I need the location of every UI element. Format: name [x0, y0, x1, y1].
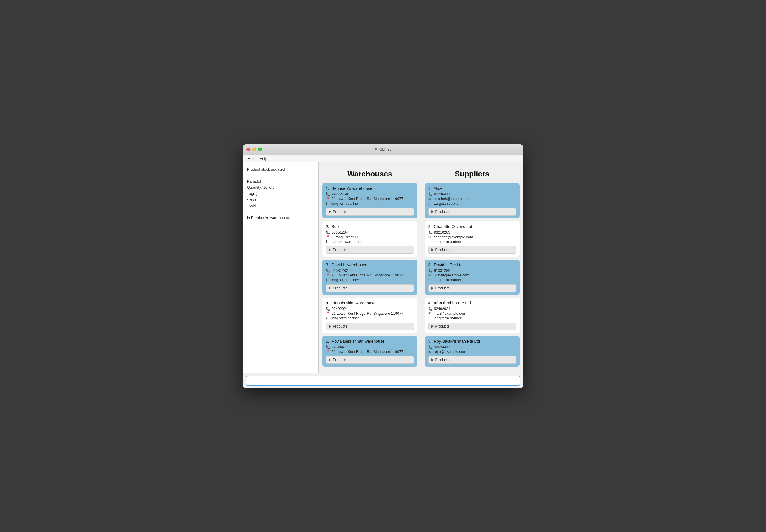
card-name: 1. Bernice Yu warehouse — [326, 186, 414, 191]
card-phone-text: 67851234 — [332, 230, 348, 235]
app-window: 🖥 CLI-nic File Help Product stock update… — [243, 144, 523, 388]
card-name: 4. Irfan Ibrahim Pte Ltd — [428, 301, 516, 305]
email-icon: ✉ — [428, 235, 432, 239]
traffic-lights — [246, 148, 262, 151]
products-label: Products — [333, 210, 347, 214]
card-info: ℹ long term partner — [326, 278, 414, 282]
location-icon: 📍 — [326, 273, 330, 277]
card-info-text: long term partner — [331, 202, 359, 206]
products-button[interactable]: Products — [326, 208, 414, 216]
phone-icon: 📞 — [428, 307, 433, 311]
supplier-card: 3. David Li Pte Ltd 📞 91031282 ✉ lidavid… — [425, 260, 520, 295]
card-info-text: Largest supplier — [434, 202, 460, 206]
email-icon: ✉ — [428, 350, 432, 354]
products-label: Products — [435, 286, 450, 290]
info-icon: ℹ — [326, 316, 330, 320]
menu-file[interactable]: File — [245, 155, 256, 162]
card-address: 📍 Jurong Street 11 — [326, 235, 414, 239]
card-address: 📍 21 Lower Kent Ridge Rd, Singapore 1190… — [326, 273, 414, 277]
stock-update-text: Product stock updated: Panadol Quantity:… — [247, 167, 314, 221]
card-email-text: alicekoh@example.com — [434, 197, 473, 201]
card-phone: 📞 92624417 — [428, 345, 516, 349]
triangle-icon — [329, 210, 331, 213]
location-icon: 📍 — [326, 311, 330, 316]
card-name: 5. Roy Balakrishnan Pte Ltd — [428, 339, 516, 344]
products-label: Products — [333, 286, 347, 290]
card-email-text: irfan@example.com — [434, 311, 466, 316]
window-icon: 🖥 — [375, 147, 378, 151]
products-button[interactable]: Products — [428, 246, 516, 254]
info-icon: ℹ — [326, 278, 330, 282]
triangle-icon — [329, 287, 331, 290]
menu-help[interactable]: Help — [257, 155, 270, 162]
phone-icon: 📞 — [428, 269, 433, 273]
command-input[interactable] — [246, 376, 520, 386]
command-bar — [243, 373, 523, 388]
warehouse-card: 3. David Li warehouse 📞 91031282 📍 21 Lo… — [322, 260, 417, 295]
card-name: 2. Charlotte Oliveiro Ltd — [428, 224, 516, 229]
card-info-text: long term partner — [331, 278, 359, 282]
card-name: 2. Bob — [326, 224, 414, 229]
card-email: ✉ alicekoh@example.com — [428, 197, 516, 201]
products-button[interactable]: Products — [428, 208, 516, 216]
supplier-card: 2. Charlotte Oliveiro Ltd 📞 93210283 ✉ c… — [425, 221, 520, 257]
supplier-card: 4. Irfan Ibrahim Pte Ltd 📞 92492021 ✉ ir… — [425, 298, 520, 333]
card-info: ℹ long term partner — [326, 202, 414, 206]
card-email: ✉ lidavid@example.com — [428, 273, 516, 277]
phone-icon: 📞 — [428, 345, 433, 349]
products-button[interactable]: Products — [326, 323, 414, 330]
products-button[interactable]: Products — [428, 284, 516, 292]
supplier-card: 1. Alice 📞 85236417 ✉ alicekoh@example.c… — [425, 183, 520, 218]
card-phone: 📞 67851234 — [326, 230, 414, 235]
warehouse-card: 4. Irfan Ibrahim warehouse 📞 92492021 📍 … — [322, 298, 417, 333]
titlebar: 🖥 CLI-nic — [243, 144, 523, 155]
card-phone-text: 91031282 — [332, 269, 348, 273]
card-address: 📍 21 Lower Kent Ridge Rd, Singapore 1190… — [326, 311, 414, 316]
products-label: Products — [435, 324, 450, 328]
card-phone: 📞 92624417 — [326, 345, 414, 349]
warehouse-card: 5. Roy Balakrishnan warehouse 📞 92624417… — [322, 336, 417, 367]
phone-icon: 📞 — [326, 192, 330, 196]
triangle-icon — [329, 249, 331, 251]
card-email-text: lidavid@example.com — [434, 273, 469, 277]
products-label: Products — [435, 248, 450, 252]
card-email: ✉ royb@example.com — [428, 350, 516, 354]
card-email-text: charlotte@example.com — [434, 235, 473, 239]
email-icon: ✉ — [428, 273, 432, 277]
card-info: ℹ long term partner — [428, 240, 516, 244]
phone-icon: 📞 — [428, 192, 433, 196]
warehouses-list[interactable]: 1. Bernice Yu warehouse 📞 99272758 📍 21 … — [319, 183, 421, 373]
suppliers-list[interactable]: 1. Alice 📞 85236417 ✉ alicekoh@example.c… — [421, 183, 523, 373]
products-button[interactable]: Products — [428, 323, 516, 330]
minimize-button[interactable] — [252, 148, 256, 151]
card-email: ✉ irfan@example.com — [428, 311, 516, 316]
card-phone-text: 85236417 — [434, 192, 450, 196]
close-button[interactable] — [246, 148, 250, 151]
card-phone-text: 92492021 — [434, 307, 450, 311]
email-icon: ✉ — [428, 197, 432, 201]
warehouses-section: Warehouses 1. Bernice Yu warehouse 📞 992… — [319, 162, 421, 373]
products-label: Products — [333, 248, 347, 252]
card-phone-text: 99272758 — [332, 192, 348, 196]
card-name: 3. David Li warehouse — [326, 263, 414, 267]
card-email: ✉ charlotte@example.com — [428, 235, 516, 239]
info-icon: ℹ — [428, 240, 432, 244]
card-name: 4. Irfan Ibrahim warehouse — [326, 301, 414, 305]
triangle-icon — [431, 210, 433, 213]
products-button[interactable]: Products — [326, 356, 414, 364]
suppliers-title: Suppliers — [421, 162, 523, 183]
phone-icon: 📞 — [326, 230, 330, 235]
info-icon: ℹ — [428, 278, 432, 282]
products-label: Products — [333, 324, 347, 328]
card-phone: 📞 91031282 — [326, 269, 414, 273]
card-address-text: 21 Lower Kent Ridge Rd, Singapore 119077 — [332, 350, 403, 354]
maximize-button[interactable] — [258, 148, 262, 151]
card-name: 1. Alice — [428, 186, 516, 191]
products-button[interactable]: Products — [428, 356, 516, 364]
card-phone: 📞 93210283 — [428, 230, 516, 235]
products-button[interactable]: Products — [326, 284, 414, 292]
triangle-icon — [329, 358, 331, 361]
card-info: ℹ long term partner — [428, 316, 516, 320]
warehouse-card: 2. Bob 📞 67851234 📍 Jurong Street 11 ℹ L… — [322, 221, 417, 257]
products-button[interactable]: Products — [326, 246, 414, 254]
